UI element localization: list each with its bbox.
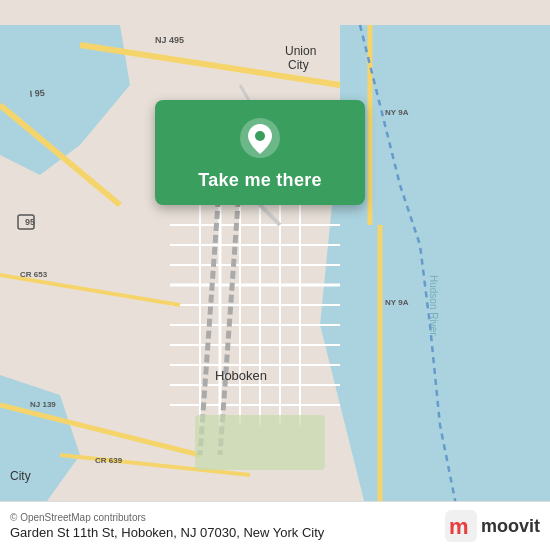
moovit-logo: m moovit <box>445 510 540 542</box>
svg-text:m: m <box>449 514 469 539</box>
svg-text:I 95: I 95 <box>29 88 45 99</box>
svg-text:City: City <box>10 469 31 483</box>
svg-point-48 <box>255 131 265 141</box>
svg-text:City: City <box>288 58 309 72</box>
svg-text:NJ 139: NJ 139 <box>30 400 56 409</box>
svg-text:Union: Union <box>285 44 316 58</box>
svg-text:NJ 495: NJ 495 <box>155 35 184 45</box>
map-background: I 95 NJ 495 NY 9A NY 9A 95 CR 653 NJ 139… <box>0 0 550 550</box>
moovit-icon: m <box>445 510 477 542</box>
svg-text:NY 9A: NY 9A <box>385 298 409 307</box>
location-card: Take me there <box>155 100 365 205</box>
osm-credit: © OpenStreetMap contributors <box>10 512 445 523</box>
svg-text:CR 653: CR 653 <box>20 270 48 279</box>
svg-rect-45 <box>195 415 325 470</box>
svg-text:CR 639: CR 639 <box>95 456 123 465</box>
svg-text:Hoboken: Hoboken <box>215 368 267 383</box>
svg-text:NY 9A: NY 9A <box>385 108 409 117</box>
location-pin-icon <box>238 116 282 160</box>
moovit-brand-name: moovit <box>481 516 540 537</box>
svg-text:Hudson River: Hudson River <box>428 275 439 336</box>
address-label: Garden St 11th St, Hoboken, NJ 07030, Ne… <box>10 525 445 540</box>
bottom-left-info: © OpenStreetMap contributors Garden St 1… <box>10 512 445 540</box>
map-container: I 95 NJ 495 NY 9A NY 9A 95 CR 653 NJ 139… <box>0 0 550 550</box>
take-me-there-button[interactable]: Take me there <box>198 170 322 191</box>
bottom-bar: © OpenStreetMap contributors Garden St 1… <box>0 501 550 550</box>
